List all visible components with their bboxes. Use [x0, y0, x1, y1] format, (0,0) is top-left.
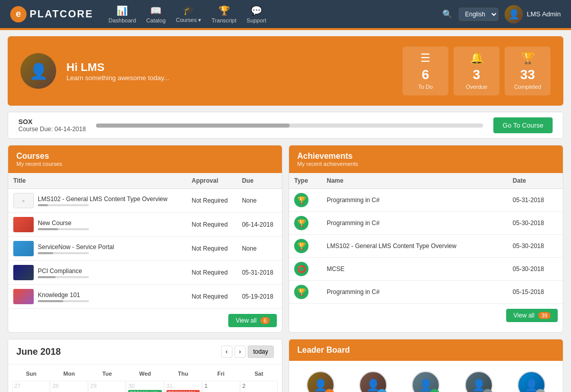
- hero-subtitle: Learn something awesome today...: [66, 74, 392, 82]
- course-progress-fill: [38, 252, 53, 254]
- course-thumb: [13, 289, 34, 304]
- cal-event: REG0001408: [128, 390, 161, 392]
- course-progress-fill: [38, 300, 63, 302]
- cal-day-num: 1: [204, 383, 237, 389]
- course-progress: [38, 300, 89, 302]
- hero-greeting: Hi LMS: [66, 61, 392, 74]
- course-progress-fill: [38, 204, 48, 206]
- courses-view-all-button[interactable]: View all 6: [228, 314, 277, 327]
- trophy-icon: 🏆: [294, 216, 308, 230]
- nav-transcript-label: Transcript: [211, 17, 236, 23]
- stat-todo[interactable]: ☰ 6 To Do: [402, 46, 448, 95]
- course-row[interactable]: e LMS102 - General LMS Content Type Over…: [8, 189, 282, 213]
- course-approval: Not Required: [186, 189, 236, 213]
- leaderboard-title: Leader Board: [297, 346, 555, 355]
- course-approval: Not Required: [186, 285, 236, 309]
- achievements-card-header: Achievements My recent achievements: [289, 145, 563, 173]
- language-select[interactable]: English: [459, 8, 498, 21]
- search-icon[interactable]: 🔍: [442, 9, 453, 19]
- nav-support[interactable]: 💬 Support: [247, 5, 267, 23]
- transcript-icon: 🏆: [219, 5, 230, 16]
- nav-catalog[interactable]: 📖 Catalog: [146, 5, 165, 23]
- achieve-date: 05-30-2018: [508, 258, 563, 281]
- calendar-cell[interactable]: 1: [202, 381, 240, 392]
- achieve-name: Programming in C#: [322, 189, 508, 212]
- nav-transcript[interactable]: 🏆 Transcript: [211, 5, 236, 23]
- nav-courses[interactable]: 🎓 Courses ▾: [176, 5, 201, 23]
- course-name: PCI Compliance: [38, 267, 89, 275]
- courses-title: Courses: [16, 152, 274, 161]
- calendar-cell[interactable]: 29: [88, 381, 126, 392]
- trophy-icon: 🏆: [294, 193, 308, 207]
- stat-overdue[interactable]: 🔔 3 Overdue: [454, 46, 499, 95]
- achievements-view-all-count: 39: [538, 312, 551, 319]
- achieve-date: 05-30-2018: [508, 212, 563, 235]
- courses-subtitle: My recent courses: [16, 161, 274, 167]
- user-avatar: 👤: [505, 5, 523, 23]
- calendar-cell[interactable]: 2: [241, 381, 278, 392]
- hero-stats: ☰ 6 To Do 🔔 3 Overdue 🏆 33 Completed: [402, 46, 551, 95]
- sox-title: SOX: [18, 118, 86, 126]
- calendar-next-button[interactable]: ›: [234, 346, 246, 358]
- calendar-cell[interactable]: 30REG0001408REG0001410: [126, 381, 163, 392]
- course-row[interactable]: New Course Not Required 06-14-2018: [8, 213, 282, 237]
- achievements-card: Achievements My recent achievements Type…: [289, 145, 563, 333]
- course-thumb: [13, 217, 34, 232]
- achieve-type: 🏆: [289, 235, 322, 258]
- calendar-today-button[interactable]: today: [248, 346, 274, 358]
- trophy-icon: 🏆: [294, 239, 308, 253]
- achievements-table: Type Name Date 🏆 Programming in C# 05-31…: [289, 173, 563, 304]
- calendar-days-header: Sun Mon Tue Wed Thu Fri Sat: [12, 369, 278, 379]
- header: e PLATCORE 📊 Dashboard 📖 Catalog 🎓 Cours…: [0, 0, 571, 28]
- nav-dashboard[interactable]: 📊 Dashboard: [109, 5, 136, 23]
- achievements-view-all-row: View all 39: [289, 304, 563, 327]
- nav-courses-label: Courses ▾: [176, 17, 201, 23]
- calendar-prev-button[interactable]: ‹: [221, 346, 232, 358]
- calendar-cell[interactable]: 28: [50, 381, 87, 392]
- course-row[interactable]: ServiceNow - Service Portal Not Required…: [8, 237, 282, 261]
- achieve-type: ⭕: [289, 258, 322, 281]
- go-to-course-button[interactable]: Go To Course: [493, 117, 553, 133]
- course-cell: Knowledge 101: [8, 285, 186, 309]
- user-name: LMS Admin: [527, 10, 561, 18]
- course-row[interactable]: Knowledge 101 Not Required 05-19-2018: [8, 285, 282, 309]
- course-progress-fill: [38, 276, 56, 278]
- trophy-icon: 🏆: [514, 52, 541, 65]
- course-name: New Course: [38, 219, 89, 227]
- course-due: None: [237, 237, 282, 261]
- courses-body: Title Approval Due e LMS102 - General LM…: [8, 173, 282, 332]
- catalog-icon: 📖: [150, 5, 161, 16]
- nav-dashboard-label: Dashboard: [109, 17, 136, 23]
- leaderboard-header: Leader Board: [289, 339, 563, 361]
- achieve-type: 🏆: [289, 281, 322, 304]
- main-content: 👤 Hi LMS Learn something awesome today..…: [0, 30, 571, 392]
- hero-avatar: 👤: [20, 53, 56, 89]
- col-name: Name: [322, 173, 508, 189]
- leader-person: 👤 39 LMS A.: [306, 371, 335, 392]
- achieve-name: MCSE: [322, 258, 508, 281]
- day-wed: Wed: [126, 369, 164, 379]
- user-info[interactable]: 👤 LMS Admin: [505, 5, 561, 23]
- course-progress: [38, 276, 89, 278]
- stat-completed-value: 33: [514, 67, 541, 83]
- bottom-row: June 2018 ‹ › today Sun Mon Tue Wed Thu …: [8, 339, 563, 392]
- calendar-cell[interactable]: 31REG0001391REG0001412: [164, 381, 202, 392]
- trophy-icon: ⭕: [294, 262, 308, 276]
- course-row[interactable]: PCI Compliance Not Required 05-31-2018: [8, 261, 282, 285]
- course-thumb: [13, 265, 34, 280]
- course-name: Knowledge 101: [38, 291, 89, 299]
- courses-achievements-row: Courses My recent courses Title Approval…: [8, 145, 563, 333]
- calendar-cell[interactable]: 27: [12, 381, 50, 392]
- achievements-view-all-button[interactable]: View all 39: [506, 309, 558, 322]
- calendar-nav: ‹ › today: [221, 346, 274, 358]
- stat-completed[interactable]: 🏆 33 Completed: [505, 46, 551, 95]
- sox-progress-fill: [96, 124, 290, 128]
- todo-icon: ☰: [412, 52, 439, 65]
- logo[interactable]: e PLATCORE: [10, 6, 93, 22]
- day-tue: Tue: [88, 369, 126, 379]
- col-due: Due: [237, 173, 282, 189]
- courses-card-header: Courses My recent courses: [8, 145, 282, 173]
- cal-day-num: 28: [52, 383, 85, 389]
- trophy-icon: 🏆: [294, 285, 308, 299]
- col-approval: Approval: [186, 173, 236, 189]
